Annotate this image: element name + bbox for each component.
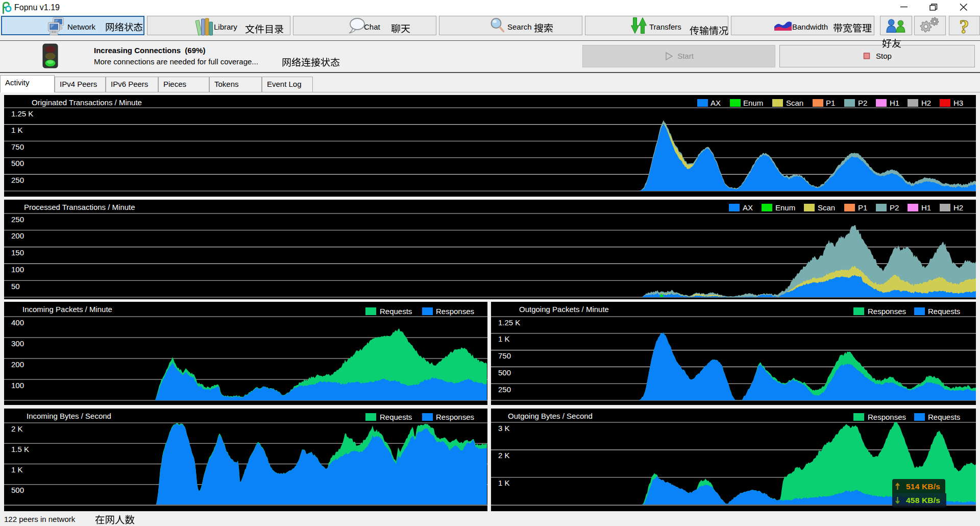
svg-text:AX: AX — [710, 99, 721, 107]
svg-text:P2: P2 — [858, 99, 867, 107]
svg-text:250: 250 — [11, 215, 24, 224]
svg-text:Scan: Scan — [786, 99, 803, 107]
svg-text:Incoming Bytes / Second: Incoming Bytes / Second — [27, 412, 111, 420]
svg-text:250: 250 — [498, 385, 511, 394]
svg-text:500: 500 — [498, 368, 511, 377]
svg-text:1.25 K: 1.25 K — [11, 109, 33, 118]
svg-text:H3: H3 — [953, 99, 963, 107]
svg-text:Originated Transactions / Minu: Originated Transactions / Minute — [32, 98, 142, 107]
svg-text:100: 100 — [11, 265, 24, 274]
svg-text:H1: H1 — [921, 203, 931, 212]
svg-text:1 K: 1 K — [11, 126, 23, 134]
svg-text:Requests: Requests — [380, 413, 412, 421]
svg-text:Responses: Responses — [868, 307, 906, 316]
svg-text:150: 150 — [11, 248, 24, 257]
svg-text:3 K: 3 K — [498, 424, 510, 433]
svg-text:AX: AX — [743, 203, 753, 212]
svg-text:50: 50 — [11, 282, 20, 291]
svg-text:Responses: Responses — [436, 413, 474, 421]
svg-text:400: 400 — [11, 318, 24, 327]
svg-text:1 K: 1 K — [498, 334, 510, 343]
svg-text:P2: P2 — [890, 203, 899, 212]
svg-text:H2: H2 — [921, 99, 931, 107]
svg-text:250: 250 — [11, 176, 24, 184]
svg-text:750: 750 — [498, 351, 511, 360]
svg-text:Requests: Requests — [380, 307, 412, 316]
svg-text:Scan: Scan — [818, 203, 835, 212]
svg-text:P1: P1 — [826, 99, 835, 107]
svg-text:Incoming Packets / Minute: Incoming Packets / Minute — [22, 305, 112, 314]
svg-text:H2: H2 — [953, 203, 963, 212]
svg-text:Enum: Enum — [775, 203, 795, 212]
svg-text:1 K: 1 K — [11, 465, 23, 474]
svg-text:Requests: Requests — [928, 307, 960, 316]
svg-text:200: 200 — [11, 231, 24, 240]
svg-text:Responses: Responses — [868, 413, 906, 421]
svg-text:Enum: Enum — [743, 99, 763, 107]
svg-text:1.25 K: 1.25 K — [498, 318, 520, 327]
svg-text:2 K: 2 K — [498, 451, 510, 460]
svg-text:200: 200 — [11, 360, 24, 369]
svg-text:1 K: 1 K — [498, 479, 510, 487]
svg-text:1.5 K: 1.5 K — [11, 445, 29, 453]
svg-text:Outgoing Bytes / Second: Outgoing Bytes / Second — [508, 412, 593, 420]
svg-text:Responses: Responses — [436, 307, 474, 316]
svg-text:H1: H1 — [890, 99, 899, 107]
svg-text:Processed Transactions / Minut: Processed Transactions / Minute — [24, 203, 135, 211]
svg-text:2 K: 2 K — [11, 424, 23, 433]
svg-text:500: 500 — [11, 159, 24, 168]
svg-text:100: 100 — [11, 381, 24, 390]
svg-text:750: 750 — [11, 142, 24, 151]
svg-text:Outgoing Packets / Minute: Outgoing Packets / Minute — [519, 305, 609, 314]
svg-text:300: 300 — [11, 339, 24, 348]
svg-text:500: 500 — [11, 486, 24, 494]
svg-text:Requests: Requests — [928, 413, 960, 421]
svg-text:P1: P1 — [858, 203, 867, 212]
